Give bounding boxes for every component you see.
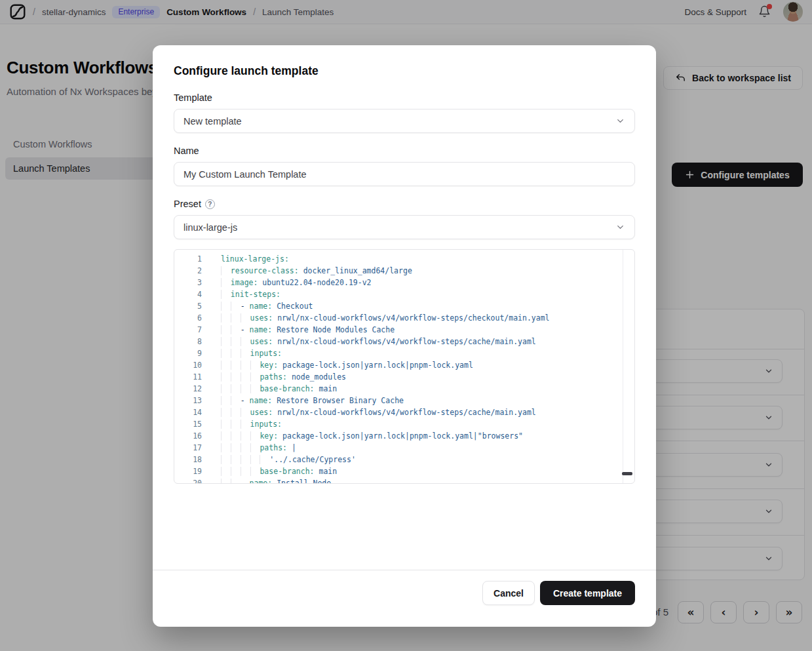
configure-launch-template-modal: Configure launch template Template New t…: [153, 45, 656, 627]
yaml-code-editor[interactable]: 1linux-large-js:2 resource-class: docker…: [174, 249, 635, 484]
name-input[interactable]: [184, 169, 625, 180]
template-select[interactable]: New template: [174, 109, 635, 133]
code-editor-lines: 1linux-large-js:2 resource-class: docker…: [174, 253, 634, 484]
modal-footer-divider: [153, 570, 656, 570]
chevron-down-icon: [615, 116, 625, 126]
help-icon[interactable]: ?: [205, 199, 215, 209]
template-field-label: Template: [174, 92, 635, 103]
cancel-button[interactable]: Cancel: [482, 581, 535, 605]
create-template-button[interactable]: Create template: [540, 581, 635, 605]
name-field-label: Name: [174, 146, 635, 156]
preset-field-label: Preset ?: [174, 199, 635, 209]
editor-scrollbar-thumb[interactable]: [622, 472, 632, 475]
editor-scrollbar-track: [623, 250, 623, 483]
name-input-wrap: [174, 162, 635, 186]
preset-select[interactable]: linux-large-js: [174, 215, 635, 239]
chevron-down-icon: [615, 222, 625, 232]
modal-title: Configure launch template: [174, 64, 635, 78]
template-select-value: New template: [184, 116, 242, 127]
preset-select-value: linux-large-js: [184, 222, 237, 233]
preset-label-text: Preset: [174, 199, 201, 209]
